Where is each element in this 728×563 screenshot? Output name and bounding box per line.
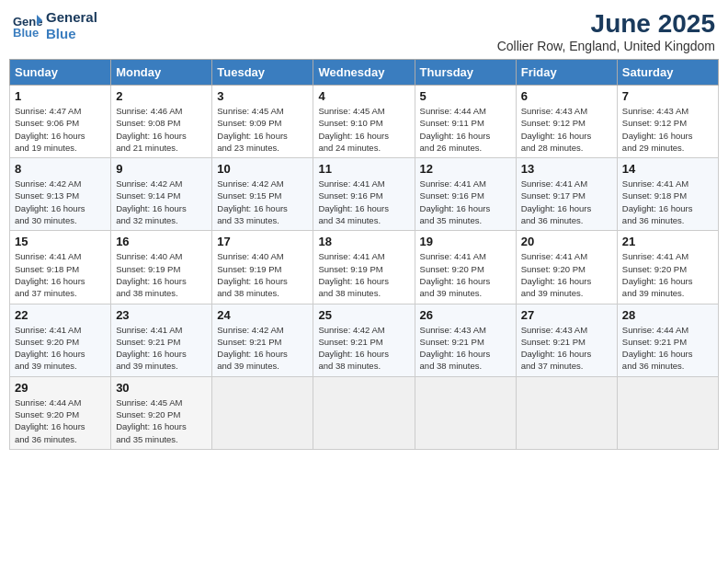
day-number: 16 <box>116 235 207 248</box>
day-number: 23 <box>116 308 207 322</box>
header-wednesday: Wednesday <box>313 60 415 86</box>
day-number: 3 <box>217 89 308 103</box>
table-row: 21Sunrise: 4:41 AM Sunset: 9:20 PM Dayli… <box>617 231 718 304</box>
table-row: 16Sunrise: 4:40 AM Sunset: 9:19 PM Dayli… <box>111 231 212 304</box>
day-number: 29 <box>15 381 106 395</box>
day-info: Sunrise: 4:42 AM Sunset: 9:21 PM Dayligh… <box>318 324 409 373</box>
table-row: 8Sunrise: 4:42 AM Sunset: 9:13 PM Daylig… <box>10 158 111 231</box>
day-number: 20 <box>521 235 612 248</box>
day-info: Sunrise: 4:45 AM Sunset: 9:09 PM Dayligh… <box>217 105 308 154</box>
table-row <box>415 376 516 449</box>
table-row: 6Sunrise: 4:43 AM Sunset: 9:12 PM Daylig… <box>516 86 617 158</box>
day-number: 12 <box>420 162 511 176</box>
table-row: 11Sunrise: 4:41 AM Sunset: 9:16 PM Dayli… <box>313 158 415 231</box>
day-number: 4 <box>318 89 409 103</box>
table-row: 30Sunrise: 4:45 AM Sunset: 9:20 PM Dayli… <box>111 376 212 449</box>
table-row: 25Sunrise: 4:42 AM Sunset: 9:21 PM Dayli… <box>313 304 415 376</box>
day-number: 6 <box>521 89 612 103</box>
day-info: Sunrise: 4:40 AM Sunset: 9:19 PM Dayligh… <box>116 250 207 299</box>
day-number: 17 <box>217 235 308 248</box>
table-row: 26Sunrise: 4:43 AM Sunset: 9:21 PM Dayli… <box>415 304 516 376</box>
table-row: 14Sunrise: 4:41 AM Sunset: 9:18 PM Dayli… <box>617 158 718 231</box>
day-number: 26 <box>420 308 511 322</box>
day-number: 11 <box>318 162 409 176</box>
header-sunday: Sunday <box>10 60 111 86</box>
header: General Blue General Blue June 2025 Coll… <box>9 9 719 53</box>
logo-line1: General <box>46 9 97 26</box>
day-number: 13 <box>521 162 612 176</box>
day-info: Sunrise: 4:43 AM Sunset: 9:21 PM Dayligh… <box>521 324 612 373</box>
day-number: 1 <box>15 89 106 103</box>
day-info: Sunrise: 4:41 AM Sunset: 9:17 PM Dayligh… <box>521 178 612 226</box>
table-row: 12Sunrise: 4:41 AM Sunset: 9:16 PM Dayli… <box>415 158 516 231</box>
day-info: Sunrise: 4:42 AM Sunset: 9:13 PM Dayligh… <box>15 178 106 226</box>
logo-line2: Blue <box>46 26 97 42</box>
table-row: 7Sunrise: 4:43 AM Sunset: 9:12 PM Daylig… <box>617 86 718 158</box>
day-info: Sunrise: 4:45 AM Sunset: 9:20 PM Dayligh… <box>116 396 207 445</box>
table-row <box>313 376 415 449</box>
day-number: 9 <box>116 162 207 176</box>
logo-icon: General Blue <box>13 13 42 39</box>
table-row: 18Sunrise: 4:41 AM Sunset: 9:19 PM Dayli… <box>313 231 415 304</box>
calendar-row-2: 8Sunrise: 4:42 AM Sunset: 9:13 PM Daylig… <box>10 158 719 231</box>
day-info: Sunrise: 4:41 AM Sunset: 9:20 PM Dayligh… <box>521 250 612 299</box>
header-monday: Monday <box>111 60 212 86</box>
day-info: Sunrise: 4:43 AM Sunset: 9:21 PM Dayligh… <box>420 324 511 373</box>
day-number: 5 <box>420 89 511 103</box>
day-info: Sunrise: 4:41 AM Sunset: 9:20 PM Dayligh… <box>15 324 106 373</box>
calendar-row-3: 15Sunrise: 4:41 AM Sunset: 9:18 PM Dayli… <box>10 231 719 304</box>
day-number: 7 <box>622 89 713 103</box>
table-row: 24Sunrise: 4:42 AM Sunset: 9:21 PM Dayli… <box>212 304 313 376</box>
table-row: 10Sunrise: 4:42 AM Sunset: 9:15 PM Dayli… <box>212 158 313 231</box>
day-info: Sunrise: 4:41 AM Sunset: 9:16 PM Dayligh… <box>318 178 409 226</box>
day-info: Sunrise: 4:41 AM Sunset: 9:16 PM Dayligh… <box>420 178 511 226</box>
table-row: 29Sunrise: 4:44 AM Sunset: 9:20 PM Dayli… <box>10 376 111 449</box>
table-row: 15Sunrise: 4:41 AM Sunset: 9:18 PM Dayli… <box>10 231 111 304</box>
day-info: Sunrise: 4:44 AM Sunset: 9:21 PM Dayligh… <box>622 324 713 373</box>
day-number: 28 <box>622 308 713 322</box>
month-year: June 2025 <box>497 9 715 39</box>
day-info: Sunrise: 4:42 AM Sunset: 9:14 PM Dayligh… <box>116 178 207 226</box>
day-number: 30 <box>116 381 207 395</box>
calendar-table: Sunday Monday Tuesday Wednesday Thursday… <box>9 59 719 450</box>
calendar-row-1: 1Sunrise: 4:47 AM Sunset: 9:06 PM Daylig… <box>10 86 719 158</box>
table-row <box>212 376 313 449</box>
table-row: 13Sunrise: 4:41 AM Sunset: 9:17 PM Dayli… <box>516 158 617 231</box>
day-number: 22 <box>15 308 106 322</box>
table-row: 3Sunrise: 4:45 AM Sunset: 9:09 PM Daylig… <box>212 86 313 158</box>
day-info: Sunrise: 4:44 AM Sunset: 9:11 PM Dayligh… <box>420 105 511 154</box>
day-info: Sunrise: 4:43 AM Sunset: 9:12 PM Dayligh… <box>521 105 612 154</box>
logo: General Blue General Blue <box>13 9 97 42</box>
day-number: 10 <box>217 162 308 176</box>
day-info: Sunrise: 4:43 AM Sunset: 9:12 PM Dayligh… <box>622 105 713 154</box>
day-number: 14 <box>622 162 713 176</box>
day-number: 18 <box>318 235 409 248</box>
table-row: 22Sunrise: 4:41 AM Sunset: 9:20 PM Dayli… <box>10 304 111 376</box>
header-saturday: Saturday <box>617 60 718 86</box>
table-row: 28Sunrise: 4:44 AM Sunset: 9:21 PM Dayli… <box>617 304 718 376</box>
table-row: 20Sunrise: 4:41 AM Sunset: 9:20 PM Dayli… <box>516 231 617 304</box>
day-info: Sunrise: 4:42 AM Sunset: 9:21 PM Dayligh… <box>217 324 308 373</box>
table-row: 19Sunrise: 4:41 AM Sunset: 9:20 PM Dayli… <box>415 231 516 304</box>
calendar-row-5: 29Sunrise: 4:44 AM Sunset: 9:20 PM Dayli… <box>10 376 719 449</box>
table-row: 9Sunrise: 4:42 AM Sunset: 9:14 PM Daylig… <box>111 158 212 231</box>
header-tuesday: Tuesday <box>212 60 313 86</box>
table-row: 17Sunrise: 4:40 AM Sunset: 9:19 PM Dayli… <box>212 231 313 304</box>
weekday-header-row: Sunday Monday Tuesday Wednesday Thursday… <box>10 60 719 86</box>
day-number: 27 <box>521 308 612 322</box>
title-area: June 2025 Collier Row, England, United K… <box>497 9 715 53</box>
day-info: Sunrise: 4:41 AM Sunset: 9:18 PM Dayligh… <box>622 178 713 226</box>
day-info: Sunrise: 4:41 AM Sunset: 9:18 PM Dayligh… <box>15 250 106 299</box>
location: Collier Row, England, United Kingdom <box>497 39 715 53</box>
table-row: 27Sunrise: 4:43 AM Sunset: 9:21 PM Dayli… <box>516 304 617 376</box>
table-row: 1Sunrise: 4:47 AM Sunset: 9:06 PM Daylig… <box>10 86 111 158</box>
day-number: 19 <box>420 235 511 248</box>
day-info: Sunrise: 4:46 AM Sunset: 9:08 PM Dayligh… <box>116 105 207 154</box>
table-row: 5Sunrise: 4:44 AM Sunset: 9:11 PM Daylig… <box>415 86 516 158</box>
day-number: 24 <box>217 308 308 322</box>
day-info: Sunrise: 4:47 AM Sunset: 9:06 PM Dayligh… <box>15 105 106 154</box>
day-number: 21 <box>622 235 713 248</box>
day-info: Sunrise: 4:41 AM Sunset: 9:20 PM Dayligh… <box>622 250 713 299</box>
day-info: Sunrise: 4:45 AM Sunset: 9:10 PM Dayligh… <box>318 105 409 154</box>
day-number: 15 <box>15 235 106 248</box>
